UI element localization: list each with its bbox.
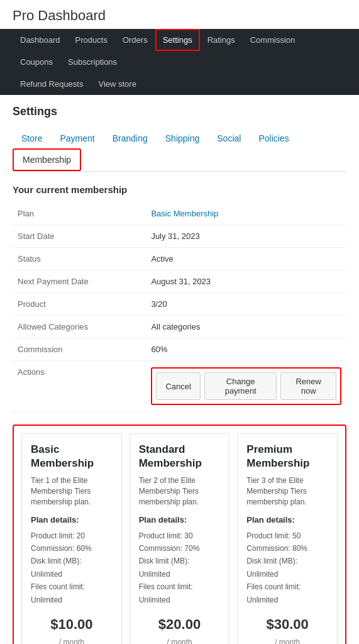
membership-field-row: StatusActive xyxy=(13,248,346,270)
nav-item-orders[interactable]: Orders xyxy=(115,29,155,51)
membership-field-row: PlanBasic Membership xyxy=(13,203,346,225)
action-button-change-payment[interactable]: Change payment xyxy=(204,372,277,400)
actions-label: Actions xyxy=(13,361,146,412)
plan-detail-item: Disk limit (MB): Unlimited xyxy=(246,555,328,580)
plan-period: / month xyxy=(31,638,113,644)
action-button-renew-now[interactable]: Renew now xyxy=(280,372,336,400)
plan-detail-item: Files count limit: Unlimited xyxy=(139,580,221,606)
plan-detail-item: Disk limit (MB): Unlimited xyxy=(31,555,113,580)
plan-detail-item: Commission: 60% xyxy=(31,542,113,555)
plan-card: Premium MembershipTier 3 of the Elite Me… xyxy=(237,433,338,644)
plan-price: $30.00 xyxy=(246,616,328,633)
tab-policies[interactable]: Policies xyxy=(250,128,297,148)
nav-item-view-store[interactable]: View store xyxy=(91,73,143,95)
action-button-cancel[interactable]: Cancel xyxy=(156,372,200,400)
nav-item-commission[interactable]: Commission xyxy=(243,29,303,51)
plan-card: Standard MembershipTier 2 of the Elite M… xyxy=(130,433,230,644)
nav-item-subscriptions[interactable]: Subscriptions xyxy=(60,51,124,73)
actions-row: Actions CancelChange paymentRenew now xyxy=(13,361,346,412)
field-value: Basic Membership xyxy=(146,203,346,225)
settings-tabs: StorePaymentBrandingShippingSocialPolici… xyxy=(13,128,346,172)
tab-branding[interactable]: Branding xyxy=(104,128,157,148)
plan-price: $20.00 xyxy=(139,616,221,633)
plan-details-title: Plan details: xyxy=(31,515,113,525)
field-value: 3/20 xyxy=(146,293,346,316)
plan-period: / month xyxy=(246,638,328,644)
plan-details-list: Product limit: 30Commission: 70%Disk lim… xyxy=(139,530,221,606)
plan-detail-item: Product limit: 20 xyxy=(31,530,113,542)
plan-description: Tier 3 of the Elite Membership Tiers mem… xyxy=(246,475,328,507)
main-content: Settings StorePaymentBrandingShippingSoc… xyxy=(0,95,359,644)
field-value: July 31, 2023 xyxy=(146,225,346,248)
plan-details-list: Product limit: 20Commission: 60%Disk lim… xyxy=(31,530,113,606)
plan-detail-item: Commission: 80% xyxy=(246,542,328,555)
plan-detail-item: Files count limit: Unlimited xyxy=(246,580,328,606)
plan-detail-item: Disk limit (MB): Unlimited xyxy=(139,555,221,580)
plan-details-list: Product limit: 50Commission: 80%Disk lim… xyxy=(246,530,328,606)
nav-item-products[interactable]: Products xyxy=(68,29,115,51)
actions-group: CancelChange paymentRenew now xyxy=(151,367,341,405)
plan-description: Tier 1 of the Elite Membership Tiers mem… xyxy=(31,475,113,507)
plan-name: Standard Membership xyxy=(139,443,221,470)
plan-price: $10.00 xyxy=(31,616,113,633)
membership-field-row: Start DateJuly 31, 2023 xyxy=(13,225,346,248)
plan-period: / month xyxy=(139,638,221,644)
membership-table: PlanBasic MembershipStart DateJuly 31, 2… xyxy=(13,203,346,412)
field-label: Status xyxy=(13,248,146,270)
page-title: Pro Dashboard xyxy=(0,0,359,29)
field-value: August 31, 2023 xyxy=(146,270,346,293)
plan-details-title: Plan details: xyxy=(246,515,328,525)
plans-grid: Basic MembershipTier 1 of the Elite Memb… xyxy=(13,425,346,644)
tab-social[interactable]: Social xyxy=(208,128,250,148)
field-value: Active xyxy=(146,248,346,270)
plan-detail-item: Commission: 70% xyxy=(139,542,221,555)
membership-field-row: Commission60% xyxy=(13,338,346,361)
plan-detail-item: Files count limit: Unlimited xyxy=(31,580,113,606)
nav-item-dashboard[interactable]: Dashboard xyxy=(13,29,68,51)
nav-item-settings[interactable]: Settings xyxy=(155,29,200,51)
membership-section-title: Your current membership xyxy=(13,184,346,195)
tab-store[interactable]: Store xyxy=(13,128,51,148)
field-label: Allowed Categories xyxy=(13,316,146,338)
tab-shipping[interactable]: Shipping xyxy=(157,128,209,148)
plan-description: Tier 2 of the Elite Membership Tiers mem… xyxy=(139,475,221,507)
plan-details-title: Plan details: xyxy=(139,515,221,525)
plan-name: Premium Membership xyxy=(246,443,328,470)
settings-section-title: Settings xyxy=(13,105,346,118)
nav-item-coupons[interactable]: Coupons xyxy=(13,51,60,73)
nav-item-ratings[interactable]: Ratings xyxy=(200,29,243,51)
field-value: 60% xyxy=(146,338,346,361)
tab-payment[interactable]: Payment xyxy=(51,128,103,148)
membership-field-row: Product3/20 xyxy=(13,293,346,316)
field-label: Product xyxy=(13,293,146,316)
field-label: Commission xyxy=(13,338,146,361)
nav-bar: DashboardProductsOrdersSettingsRatingsCo… xyxy=(0,29,359,95)
field-label: Plan xyxy=(13,203,146,225)
plan-detail-item: Product limit: 50 xyxy=(246,530,328,542)
field-label: Next Payment Date xyxy=(13,270,146,293)
field-label: Start Date xyxy=(13,225,146,248)
field-value: All categories xyxy=(146,316,346,338)
nav-item-refund-requests[interactable]: Refund Requests xyxy=(13,73,91,95)
plan-name: Basic Membership xyxy=(31,443,113,470)
tab-membership[interactable]: Membership xyxy=(13,148,81,171)
plan-detail-item: Product limit: 30 xyxy=(139,530,221,542)
membership-field-row: Next Payment DateAugust 31, 2023 xyxy=(13,270,346,293)
plan-card: Basic MembershipTier 1 of the Elite Memb… xyxy=(21,433,122,644)
membership-field-row: Allowed CategoriesAll categories xyxy=(13,316,346,338)
